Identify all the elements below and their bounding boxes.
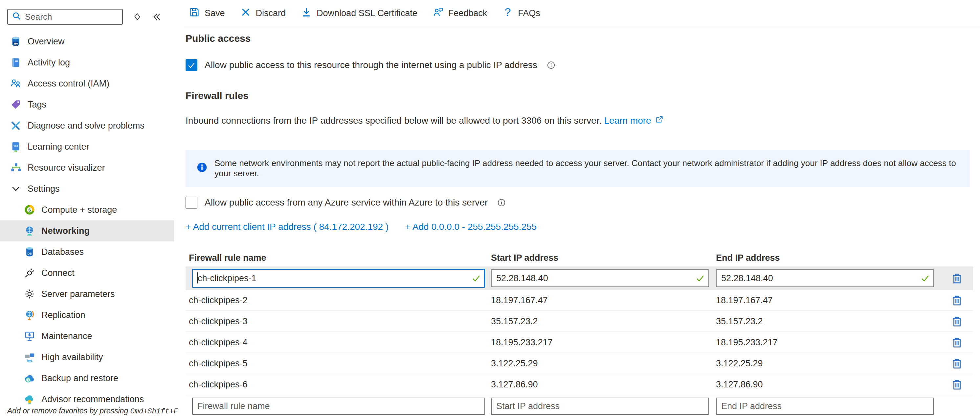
start-ip-cell: 18.197.167.47 xyxy=(491,295,716,305)
sidebar-item-databases[interactable]: DBDatabases xyxy=(0,241,174,262)
expand-collapse-all-icon[interactable] xyxy=(133,12,142,21)
sidebar-item-label: Databases xyxy=(41,247,84,257)
tags-icon xyxy=(10,99,22,110)
table-row[interactable]: ch-clickpipes-335.157.23.235.157.23.2 xyxy=(186,311,973,332)
sidebar-item-label: Activity log xyxy=(28,58,70,68)
table-header-row: Firewall rule name Start IP address End … xyxy=(186,249,973,266)
compute-storage-icon: $ xyxy=(24,204,35,216)
sidebar-item-label: Compute + storage xyxy=(41,205,117,215)
feedback-button[interactable]: Feedback xyxy=(433,6,487,20)
sidebar-item-diagnose-and-solve-problems[interactable]: Diagnose and solve problems xyxy=(0,115,174,136)
toolbar-button-label: Save xyxy=(205,8,225,18)
sidebar-item-networking[interactable]: Networking xyxy=(0,220,174,241)
table-row[interactable]: ch-clickpipes-53.122.25.293.122.25.29 xyxy=(186,353,973,374)
public-access-checkbox[interactable] xyxy=(186,59,197,71)
sidebar-item-label: Maintenance xyxy=(41,331,92,341)
end-ip-cell: 3.127.86.90 xyxy=(716,380,941,390)
table-row[interactable]: ch-clickpipes-63.127.86.903.127.86.90 xyxy=(186,374,973,395)
favorites-hint-keys: Cmd+Shift+F xyxy=(130,407,178,416)
end-ip-cell: 18.197.167.47 xyxy=(716,295,941,305)
row-actions xyxy=(941,336,973,349)
external-link-icon xyxy=(654,115,664,126)
start-ip-input[interactable] xyxy=(491,269,709,287)
sidebar-item-overview[interactable]: MyOverview xyxy=(0,31,174,52)
rule-name-cell: ch-clickpipes-6 xyxy=(186,380,491,390)
info-filled-icon xyxy=(196,161,208,176)
sidebar-item-connect[interactable]: Connect xyxy=(0,262,174,283)
sidebar-item-maintenance[interactable]: Maintenance xyxy=(0,326,174,347)
sidebar-item-tags[interactable]: Tags xyxy=(0,94,174,115)
delete-rule-button[interactable] xyxy=(950,293,964,307)
sidebar-item-settings[interactable]: Settings xyxy=(0,178,174,199)
sidebar-item-backup-and-restore[interactable]: Backup and restore xyxy=(0,367,174,389)
rule-name-input[interactable] xyxy=(192,269,485,288)
azure-services-checkbox[interactable] xyxy=(186,197,197,209)
table-row-editing xyxy=(186,266,973,290)
toolbar-button-label: FAQs xyxy=(518,8,540,18)
search-input[interactable] xyxy=(25,12,118,22)
info-icon[interactable] xyxy=(546,61,556,70)
delete-rule-button[interactable] xyxy=(950,377,964,391)
replication-icon xyxy=(24,309,35,321)
new-end-ip-input[interactable] xyxy=(716,398,934,415)
row-actions xyxy=(941,315,973,328)
search-icon xyxy=(12,11,22,22)
delete-rule-button[interactable] xyxy=(950,356,964,370)
new-start-ip-input[interactable] xyxy=(491,398,709,415)
info-icon[interactable] xyxy=(497,198,506,207)
delete-rule-button[interactable] xyxy=(950,271,964,285)
discard-button[interactable]: Discard xyxy=(240,6,286,20)
svg-text:$: $ xyxy=(28,208,31,212)
command-bar: SaveDiscardDownload SSL CertificateFeedb… xyxy=(189,0,540,26)
firewall-rules-table: Firewall rule name Start IP address End … xyxy=(186,249,973,417)
row-actions xyxy=(941,377,973,391)
sidebar-item-activity-log[interactable]: Activity log xyxy=(0,52,174,73)
firewall-description: Inbound connections from the IP addresse… xyxy=(186,115,601,126)
new-rule-name-input[interactable] xyxy=(192,398,485,415)
sidebar-item-learning-center[interactable]: 101Learning center xyxy=(0,136,174,157)
sidebar-nav: MyOverviewActivity logAccess control (IA… xyxy=(0,31,174,410)
maintenance-icon xyxy=(24,330,35,342)
table-row[interactable]: ch-clickpipes-218.197.167.4718.197.167.4… xyxy=(186,290,973,311)
diagnose-icon xyxy=(10,120,22,131)
sidebar-item-server-parameters[interactable]: Server parameters xyxy=(0,283,174,305)
server-parameters-icon xyxy=(24,288,35,300)
download-ssl-certificate-button[interactable]: Download SSL Certificate xyxy=(301,6,417,20)
faqs-button[interactable]: ?FAQs xyxy=(502,6,540,20)
connect-icon xyxy=(24,267,35,279)
sidebar-item-access-control-iam[interactable]: Access control (IAM) xyxy=(0,73,174,94)
chevron-down-icon xyxy=(10,183,22,195)
sidebar-item-label: Diagnose and solve problems xyxy=(28,121,145,131)
sidebar-item-compute-storage[interactable]: $Compute + storage xyxy=(0,199,174,220)
valid-checkmark-icon xyxy=(695,273,705,283)
add-all-range-link[interactable]: + Add 0.0.0.0 - 255.255.255.255 xyxy=(405,222,537,232)
search-box[interactable] xyxy=(7,9,123,25)
delete-rule-button[interactable] xyxy=(950,315,964,328)
table-row-new xyxy=(186,395,973,417)
header-start-ip: Start IP address xyxy=(491,253,716,263)
table-row[interactable]: ch-clickpipes-418.195.233.21718.195.233.… xyxy=(186,332,973,353)
learning-center-icon: 101 xyxy=(10,141,22,153)
sidebar-item-high-availability[interactable]: High availability xyxy=(0,347,174,367)
public-access-heading: Public access xyxy=(186,33,251,44)
faq-icon: ? xyxy=(502,6,513,20)
sidebar-item-label: Tags xyxy=(28,100,46,110)
azure-services-checkbox-row: Allow public access from any Azure servi… xyxy=(186,197,506,209)
public-access-checkbox-label: Allow public access to this resource thr… xyxy=(205,60,537,70)
end-ip-cell: 3.122.25.29 xyxy=(716,358,941,369)
sidebar-item-replication[interactable]: Replication xyxy=(0,305,174,326)
header-end-ip: End IP address xyxy=(716,253,941,263)
collapse-sidebar-icon[interactable] xyxy=(152,12,162,22)
end-ip-input[interactable] xyxy=(716,269,934,287)
text-caret xyxy=(197,272,198,283)
delete-rule-button[interactable] xyxy=(950,336,964,349)
sidebar-item-label: Replication xyxy=(41,310,85,320)
add-client-ip-link[interactable]: + Add current client IP address ( 84.172… xyxy=(186,222,388,232)
rule-name-cell: ch-clickpipes-3 xyxy=(186,316,491,327)
table-rows: ch-clickpipes-218.197.167.4718.197.167.4… xyxy=(186,290,973,395)
sidebar-item-label: Learning center xyxy=(28,142,89,152)
learn-more-link[interactable]: Learn more xyxy=(604,115,651,126)
access-control-icon xyxy=(10,78,22,89)
save-button[interactable]: Save xyxy=(189,6,225,20)
sidebar-item-resource-visualizer[interactable]: Resource visualizer xyxy=(0,157,174,178)
